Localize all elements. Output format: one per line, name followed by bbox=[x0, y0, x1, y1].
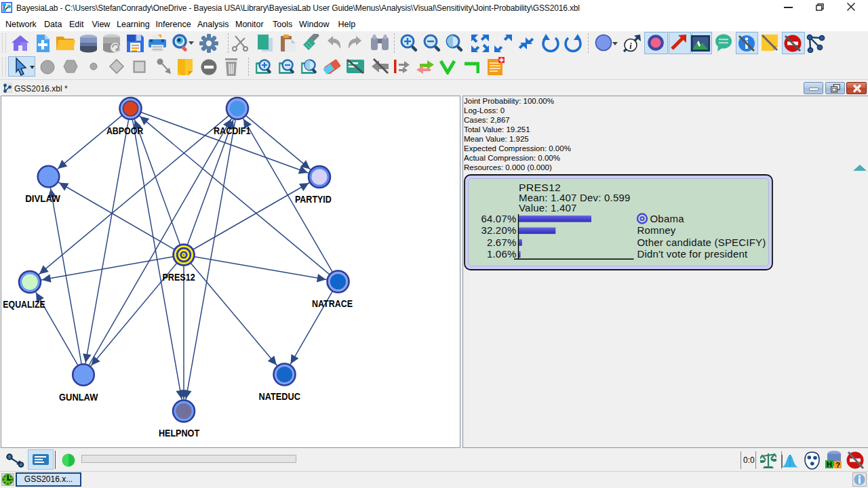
svg-text:RACDIF1: RACDIF1 bbox=[214, 125, 251, 136]
svg-text:32.20%: 32.20% bbox=[481, 224, 516, 236]
svg-text:ABPOOR: ABPOOR bbox=[106, 125, 143, 136]
svg-text:64.07%: 64.07% bbox=[481, 213, 516, 224]
svg-text:Obama: Obama bbox=[650, 213, 685, 224]
svg-text:Didn't vote for president: Didn't vote for president bbox=[637, 248, 748, 260]
svg-text:Other candidate (SPECIFY): Other candidate (SPECIFY) bbox=[637, 237, 766, 248]
svg-text:?: ? bbox=[835, 461, 840, 469]
svg-text:PARTYID: PARTYID bbox=[295, 194, 332, 205]
svg-text:PRES12: PRES12 bbox=[162, 272, 195, 283]
svg-text:H: H bbox=[827, 460, 832, 468]
svg-text:HELPNOT: HELPNOT bbox=[159, 428, 200, 439]
svg-text:Value: 1.407: Value: 1.407 bbox=[519, 202, 577, 214]
svg-text:EQUALIZE: EQUALIZE bbox=[3, 299, 45, 310]
svg-text:DIVLAW: DIVLAW bbox=[25, 193, 60, 204]
svg-text:2.67%: 2.67% bbox=[487, 237, 517, 248]
svg-text:1.06%: 1.06% bbox=[487, 248, 517, 260]
svg-text:Romney: Romney bbox=[637, 224, 675, 236]
svg-text:NATRACE: NATRACE bbox=[312, 298, 353, 309]
svg-text:NATEDUC: NATEDUC bbox=[259, 391, 300, 402]
svg-text:GUNLAW: GUNLAW bbox=[59, 392, 98, 403]
